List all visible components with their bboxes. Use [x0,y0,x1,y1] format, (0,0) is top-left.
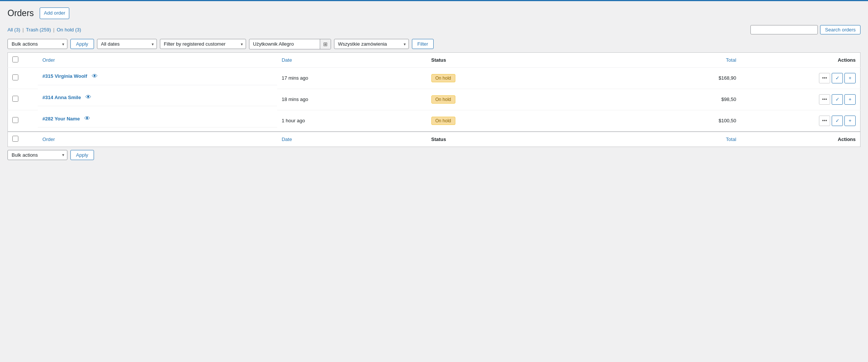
sep-1: | [22,27,24,33]
footer-order-link[interactable]: Order [42,136,55,142]
dates-select[interactable]: All dates [97,39,157,49]
allegro-user-input[interactable] [249,39,320,49]
row-status-cell: On hold [427,110,591,132]
more-actions-btn-315[interactable]: ••• [819,73,830,83]
status-badge-282: On hold [431,117,455,125]
action-buttons-314: ••• ✓ + [745,94,856,105]
search-input[interactable] [750,25,818,34]
bulk-apply-button[interactable]: Apply [70,39,94,49]
header-date: Date [277,52,427,67]
add-order-button[interactable]: Add order [40,7,69,19]
more-actions-btn-314[interactable]: ••• [819,94,830,105]
action-buttons-282: ••• ✓ + [745,116,856,126]
eye-icon-282[interactable]: 👁 [84,115,90,122]
row-checkbox-315[interactable] [12,74,18,80]
bulk-actions-wrapper: Bulk actions Mark processing Mark on hol… [7,39,67,49]
action-buttons-315: ••• ✓ + [745,73,856,83]
footer-status: Status [427,132,591,147]
complete-btn-315[interactable]: ✓ [832,73,843,83]
footer-checkbox-cell [8,132,38,147]
bottom-filters-bar: Bulk actions Mark processing Mark on hol… [7,150,861,160]
order-column-link[interactable]: Order [42,57,55,63]
page-title: Orders [7,8,34,18]
bottom-bulk-wrapper: Bulk actions Mark processing Mark on hol… [7,150,67,160]
header-total: Total [591,52,741,67]
status-badge-315: On hold [431,74,455,82]
filter-button[interactable]: Filter [412,39,434,49]
order-link-315[interactable]: #315 Virginia Woolf [42,73,87,79]
customer-filter-select[interactable]: Filter by registered customer [160,39,246,49]
progress-bar [0,0,868,1]
row-actions-cell: ••• ✓ + [741,67,860,89]
search-area: Search orders [750,25,861,34]
add-btn-282[interactable]: + [844,116,856,126]
bottom-bulk-actions-select[interactable]: Bulk actions Mark processing Mark on hol… [7,150,67,160]
orders-type-select[interactable]: Wszystkie zamówienia [334,39,409,49]
row-order-cell: #282 Your Name 👁 [38,110,277,128]
orders-table: Order Date Status Total Actions #315 Vir… [7,52,861,147]
table-row: #282 Your Name 👁 1 hour ago On hold $100… [8,110,861,132]
row-date-cell: 1 hour ago [277,110,427,132]
row-order-cell: #315 Virginia Woolf 👁 [38,68,277,85]
search-orders-button[interactable]: Search orders [820,25,861,34]
header-actions: Actions [741,52,860,67]
orders-tbody: #315 Virginia Woolf 👁 17 mins ago On hol… [8,67,861,132]
table-row: #315 Virginia Woolf 👁 17 mins ago On hol… [8,67,861,89]
complete-btn-282[interactable]: ✓ [832,116,843,126]
date-column-link[interactable]: Date [282,57,292,63]
header-status: Status [427,52,591,67]
header-checkbox-cell [8,52,38,67]
complete-btn-314[interactable]: ✓ [832,94,843,105]
allegro-input-wrapper: ⊞ [249,39,331,49]
header-order: Order [38,52,277,67]
table-header-row: Order Date Status Total Actions [8,52,861,67]
more-actions-btn-282[interactable]: ••• [819,116,830,126]
total-column-link[interactable]: Total [726,57,736,63]
onhold-link[interactable]: On hold (3) [57,27,81,33]
allegro-icon-button[interactable]: ⊞ [320,39,331,49]
row-status-cell: On hold [427,89,591,110]
add-btn-315[interactable]: + [844,73,856,83]
all-orders-link[interactable]: All (3) [7,27,20,33]
row-actions-cell: ••• ✓ + [741,110,860,132]
customer-filter-wrapper: Filter by registered customer ▾ [160,39,246,49]
bulk-actions-select[interactable]: Bulk actions Mark processing Mark on hol… [7,39,67,49]
row-checkbox-314[interactable] [12,96,18,102]
row-checkbox-cell [8,89,38,110]
status-badge-314: On hold [431,95,455,104]
orders-select-wrapper: Wszystkie zamówienia ▾ [334,39,409,49]
row-total-cell: $100,50 [591,110,741,132]
row-total-cell: $98,50 [591,89,741,110]
bottom-apply-button[interactable]: Apply [70,150,94,160]
row-date-cell: 17 mins ago [277,67,427,89]
footer-total-link[interactable]: Total [726,136,736,142]
row-date-cell: 18 mins ago [277,89,427,110]
allegro-icon: ⊞ [323,41,328,47]
row-checkbox-cell [8,110,38,132]
eye-icon-315[interactable]: 👁 [92,73,98,80]
row-total-cell: $168,90 [591,67,741,89]
row-order-cell: #314 Anna Smile 👁 [38,89,277,106]
filters-bar: Bulk actions Mark processing Mark on hol… [7,39,861,49]
footer-total: Total [591,132,741,147]
order-link-282[interactable]: #282 Your Name [42,116,80,122]
row-checkbox-cell [8,67,38,89]
trash-link[interactable]: Trash (259) [26,27,51,33]
select-all-checkbox[interactable] [12,56,18,62]
select-all-footer-checkbox[interactable] [12,136,18,142]
table-footer-row: Order Date Status Total Actions [8,132,861,147]
footer-date: Date [277,132,427,147]
order-link-314[interactable]: #314 Anna Smile [42,95,81,100]
row-checkbox-282[interactable] [12,117,18,123]
dates-wrapper: All dates ▾ [97,39,157,49]
add-btn-314[interactable]: + [844,94,856,105]
eye-icon-314[interactable]: 👁 [85,94,91,101]
sep-2: | [53,27,54,33]
row-status-cell: On hold [427,67,591,89]
footer-date-link[interactable]: Date [282,136,292,142]
footer-actions: Actions [741,132,860,147]
table-row: #314 Anna Smile 👁 18 mins ago On hold $9… [8,89,861,110]
status-filter-links: All (3) | Trash (259) | On hold (3) Sear… [7,25,861,34]
footer-order: Order [38,132,277,147]
row-actions-cell: ••• ✓ + [741,89,860,110]
